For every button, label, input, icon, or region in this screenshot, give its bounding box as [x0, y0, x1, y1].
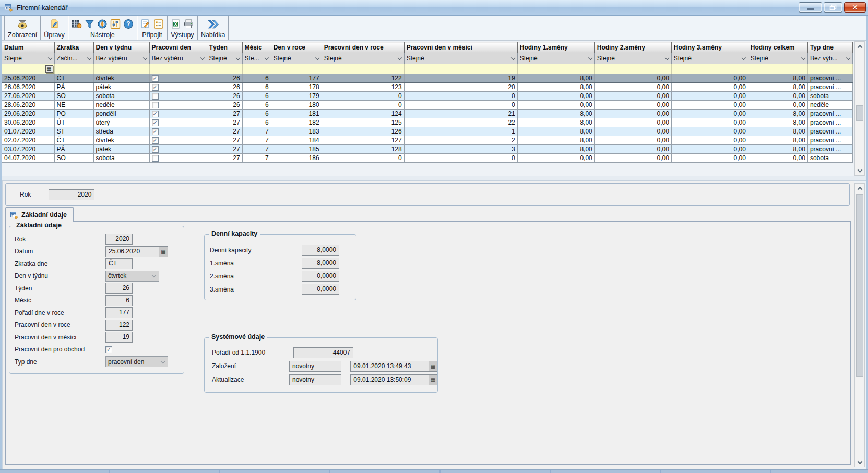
grid-scroll-thumb[interactable] [856, 105, 863, 121]
field-input[interactable]: 0,0000 [302, 284, 339, 295]
cell-hodiny-3-smeny[interactable]: 0,00 [671, 110, 748, 118]
cell-pracovni-den[interactable]: ✓ [149, 110, 207, 118]
cell-den-v-roce[interactable]: 179 [271, 92, 322, 101]
edit-note-icon[interactable] [49, 19, 60, 29]
cell-pracovni-den-v-mesici[interactable]: 21 [404, 110, 517, 118]
printer-icon[interactable] [183, 19, 194, 29]
toolbar-label-nabidka[interactable]: Nabídka [201, 31, 225, 39]
cell-den-v-tydnu[interactable]: pátek [93, 83, 149, 92]
column-header-datum[interactable]: Datum [2, 42, 54, 53]
filter-dropdown-hodiny-1-smeny[interactable]: Stejné [518, 53, 594, 64]
quick-filter-cell-typ-dne[interactable] [807, 64, 852, 74]
restore-button[interactable] [824, 2, 842, 13]
cell-hodiny-celkem[interactable]: 8,00 [748, 136, 807, 145]
cell-hodiny-2-smeny[interactable]: 0,00 [594, 110, 671, 118]
cell-hodiny-3-smeny[interactable]: 0,00 [671, 83, 748, 92]
field-input[interactable]: 122 [105, 320, 133, 331]
cell-den-v-tydnu[interactable]: pondělí [93, 110, 149, 118]
cell-pracovni-den[interactable] [149, 154, 207, 163]
quick-filter-cell-den-v-roce[interactable] [271, 64, 322, 74]
cell-hodiny-1-smeny[interactable]: 8,00 [517, 74, 594, 83]
quick-filter-cell-pracovni-den-v-roce[interactable] [322, 64, 404, 74]
column-header-zkratka[interactable]: Zkratka [54, 42, 93, 53]
quick-filter-cell-mesic[interactable] [242, 64, 271, 74]
field-checkbox[interactable]: ✓ [105, 346, 112, 353]
cell-pracovni-den-v-mesici[interactable]: 0 [404, 154, 517, 163]
toolbar-label-zobrazeni[interactable]: Zobrazení [8, 31, 37, 39]
cell-zkratka[interactable]: PÁ [54, 145, 93, 154]
cell-hodiny-2-smeny[interactable]: 0,00 [594, 154, 671, 163]
quick-filter-cell-pracovni-den[interactable] [149, 64, 207, 74]
workday-checkbox[interactable]: ✓ [152, 128, 159, 135]
cell-zkratka[interactable]: ST [54, 127, 93, 136]
field-input[interactable]: ČT [105, 258, 133, 269]
cell-zkratka[interactable]: SO [54, 92, 93, 101]
quick-filter-cell-pracovni-den-v-mesici[interactable] [404, 64, 517, 74]
cell-tyden[interactable]: 27 [207, 154, 242, 163]
cell-hodiny-3-smeny[interactable]: 0,00 [671, 127, 748, 136]
cell-mesic[interactable]: 7 [242, 127, 271, 136]
cell-typ-dne[interactable]: pracovní ... [807, 145, 852, 154]
panel-vertical-scrollbar[interactable] [854, 183, 865, 467]
filter-dropdown-hodiny-2-smeny[interactable]: Stejné [595, 53, 671, 64]
cell-typ-dne[interactable]: pracovní ... [807, 74, 852, 83]
cell-hodiny-2-smeny[interactable]: 0,00 [594, 118, 671, 127]
cell-typ-dne[interactable]: neděle [807, 101, 852, 110]
compass-icon[interactable] [97, 19, 108, 29]
cell-datum[interactable]: 29.06.2020 [2, 110, 54, 118]
cell-mesic[interactable]: 7 [242, 154, 271, 163]
cell-hodiny-1-smeny[interactable]: 8,00 [517, 83, 594, 92]
help-icon[interactable]: ? [123, 19, 134, 29]
cell-hodiny-1-smeny[interactable]: 8,00 [517, 136, 594, 145]
cell-pracovni-den[interactable]: ✓ [149, 145, 207, 154]
cell-zkratka[interactable]: PÁ [54, 83, 93, 92]
cell-typ-dne[interactable]: pracovní ... [807, 83, 852, 92]
cell-hodiny-2-smeny[interactable]: 0,00 [594, 74, 671, 83]
cell-hodiny-1-smeny[interactable]: 8,00 [517, 145, 594, 154]
scroll-up-arrow-icon[interactable] [855, 184, 864, 192]
cell-pracovni-den-v-mesici[interactable]: 22 [404, 118, 517, 127]
workday-checkbox[interactable]: ✓ [152, 75, 159, 82]
column-header-pracovni-den-v-roce[interactable]: Pracovní den v roce [322, 42, 404, 53]
cell-tyden[interactable]: 27 [207, 110, 242, 118]
cell-tyden[interactable]: 26 [207, 83, 242, 92]
quick-filter-cell-hodiny-celkem[interactable] [748, 64, 807, 74]
close-button[interactable]: ✕ [844, 2, 866, 13]
cell-hodiny-2-smeny[interactable]: 0,00 [594, 136, 671, 145]
filter-dropdown-hodiny-3-smeny[interactable]: Stejné [672, 53, 748, 64]
field-input[interactable]: 19 [105, 332, 133, 343]
cell-tyden[interactable]: 27 [207, 145, 242, 154]
column-header-pracovni-den[interactable]: Pracovní den [149, 42, 207, 53]
cell-hodiny-1-smeny[interactable]: 0,00 [517, 101, 594, 110]
excel-export-icon[interactable]: X [171, 19, 181, 29]
toolbar-label-vystupy[interactable]: Výstupy [171, 31, 194, 39]
toolbar-label-pripojit[interactable]: Připojit [142, 31, 162, 39]
cell-pracovni-den-v-roce[interactable]: 0 [322, 154, 404, 163]
cell-pracovni-den-v-mesici[interactable]: 19 [404, 74, 517, 83]
filter-dropdown-tyden[interactable]: Stejné [207, 53, 242, 64]
cell-hodiny-1-smeny[interactable]: 0,00 [517, 154, 594, 163]
cell-tyden[interactable]: 27 [207, 118, 242, 127]
cell-datum[interactable]: 26.06.2020 [2, 83, 54, 92]
cell-den-v-tydnu[interactable]: středa [93, 127, 149, 136]
cell-hodiny-celkem[interactable]: 0,00 [748, 154, 807, 163]
cell-den-v-roce[interactable]: 186 [271, 154, 322, 163]
cell-den-v-tydnu[interactable]: čtvrtek [93, 136, 149, 145]
quick-filter-cell-hodiny-1-smeny[interactable] [517, 64, 594, 74]
cell-den-v-tydnu[interactable]: neděle [93, 101, 149, 110]
field-input[interactable]: 8,0000 [302, 258, 339, 269]
grid-vertical-scrollbar[interactable] [854, 41, 865, 176]
cell-hodiny-celkem[interactable]: 8,00 [748, 83, 807, 92]
cell-pracovni-den[interactable] [149, 92, 207, 101]
cell-datum[interactable]: 03.07.2020 [2, 145, 54, 154]
cell-den-v-tydnu[interactable]: sobota [93, 154, 149, 163]
column-header-hodiny-2-smeny[interactable]: Hodiny 2.směny [594, 42, 671, 53]
column-header-den-v-roce[interactable]: Den v roce [271, 42, 322, 53]
cell-hodiny-2-smeny[interactable]: 0,00 [594, 145, 671, 154]
cell-pracovni-den-v-mesici[interactable]: 0 [404, 101, 517, 110]
calendar-picker-button[interactable]: ▦ [429, 374, 437, 385]
cell-hodiny-celkem[interactable]: 8,00 [748, 110, 807, 118]
cell-zkratka[interactable]: SO [54, 154, 93, 163]
column-header-tyden[interactable]: Týden [207, 42, 242, 53]
cell-pracovni-den-v-roce[interactable]: 126 [322, 127, 404, 136]
